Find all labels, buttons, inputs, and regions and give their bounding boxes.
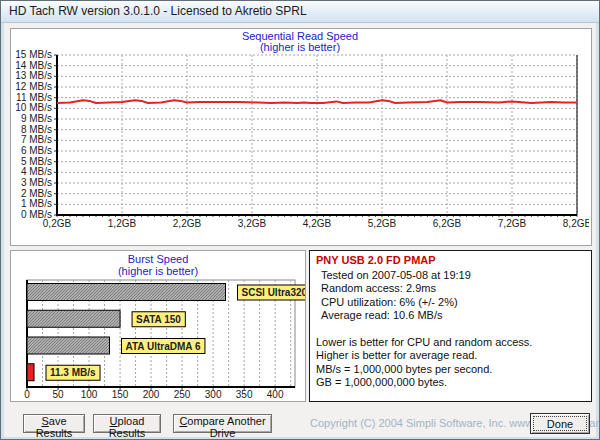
- svg-text:2 MB/s: 2 MB/s: [21, 188, 52, 199]
- compare-another-drive-button[interactable]: Compare Another Drive: [173, 414, 272, 433]
- svg-text:15 MB/s: 15 MB/s: [15, 49, 52, 60]
- burst-bar-label-1: SATA 150: [136, 314, 181, 325]
- note-line: Lower is better for CPU and random acces…: [316, 336, 585, 350]
- svg-text:7 MB/s: 7 MB/s: [21, 134, 52, 145]
- sequential-read-chart-panel: Sequential Read Speed(higher is better)0…: [10, 28, 592, 246]
- random-access-line: Random access: 2.9ms: [316, 282, 585, 296]
- seq-grid: [54, 55, 577, 217]
- svg-text:9 MB/s: 9 MB/s: [21, 113, 52, 124]
- svg-text:12 MB/s: 12 MB/s: [15, 81, 52, 92]
- svg-text:11 MB/s: 11 MB/s: [16, 92, 52, 103]
- svg-text:50: 50: [52, 389, 64, 400]
- svg-text:400: 400: [267, 389, 284, 400]
- svg-text:1,2GB: 1,2GB: [108, 218, 137, 229]
- svg-text:14 MB/s: 14 MB/s: [15, 60, 52, 71]
- svg-text:3,2GB: 3,2GB: [238, 218, 267, 229]
- svg-text:3 MB/s: 3 MB/s: [21, 177, 52, 188]
- svg-text:250: 250: [174, 389, 191, 400]
- burst-speed-chart: Burst Speed(higher is better)05010015020…: [11, 251, 305, 401]
- note-line: GB = 1,000,000,000 bytes.: [316, 376, 585, 390]
- note-line: Higher is better for average read.: [316, 349, 585, 363]
- note-line: MB/s = 1,000,000 bytes per second.: [316, 363, 585, 377]
- burst-bar-2: [27, 337, 110, 354]
- svg-text:100: 100: [81, 389, 98, 400]
- spacer: [316, 323, 585, 336]
- svg-text:13 MB/s: 13 MB/s: [15, 70, 52, 81]
- title-bar[interactable]: HD Tach RW version 3.0.1.0 - Licensed to…: [1, 1, 599, 23]
- burst-bar-label-0: SCSI Ultra320: [242, 287, 305, 298]
- burst-chart-subtitle: (higher is better): [118, 265, 198, 277]
- burst-bar-0: [27, 284, 226, 301]
- svg-text:1 MB/s: 1 MB/s: [21, 198, 52, 209]
- burst-bar-label-2: ATA UltraDMA 6: [126, 341, 201, 352]
- svg-text:0: 0: [24, 389, 30, 400]
- svg-text:7,2GB: 7,2GB: [498, 218, 527, 229]
- svg-text:10 MB/s: 10 MB/s: [15, 102, 52, 113]
- drive-name: PNY USB 2.0 FD PMAP: [316, 254, 585, 268]
- svg-text:8 MB/s: 8 MB/s: [21, 124, 52, 135]
- svg-text:150: 150: [112, 389, 129, 400]
- svg-text:6 MB/s: 6 MB/s: [21, 145, 52, 156]
- svg-text:4,2GB: 4,2GB: [303, 218, 332, 229]
- upload-results-button[interactable]: Upload Results: [93, 414, 161, 433]
- save-results-button[interactable]: Save Results: [23, 414, 85, 433]
- burst-bar-label-3: 11.3 MB/s: [50, 367, 96, 378]
- seq-chart-subtitle: (higher is better): [260, 41, 340, 53]
- burst-speed-chart-panel: Burst Speed(higher is better)05010015020…: [10, 250, 306, 402]
- svg-text:4 MB/s: 4 MB/s: [21, 166, 52, 177]
- svg-text:8,2GB: 8,2GB: [563, 218, 589, 229]
- svg-text:350: 350: [236, 389, 253, 400]
- svg-text:5,2GB: 5,2GB: [368, 218, 397, 229]
- svg-text:6,2GB: 6,2GB: [433, 218, 462, 229]
- app-window: HD Tach RW version 3.0.1.0 - Licensed to…: [0, 0, 600, 440]
- window-title: HD Tach RW version 3.0.1.0 - Licensed to…: [9, 4, 307, 18]
- svg-text:2,2GB: 2,2GB: [173, 218, 202, 229]
- burst-chart-title: Burst Speed: [128, 253, 189, 265]
- tested-on-line: Tested on 2007-05-08 at 19:19: [316, 269, 585, 283]
- done-button[interactable]: Done: [530, 413, 590, 434]
- cpu-utilization-line: CPU utilization: 6% (+/- 2%): [316, 296, 585, 310]
- svg-text:300: 300: [205, 389, 222, 400]
- svg-text:200: 200: [143, 389, 160, 400]
- burst-bar-3: [27, 364, 34, 381]
- client-area: Sequential Read Speed(higher is better)0…: [4, 23, 596, 437]
- svg-text:0,2GB: 0,2GB: [43, 218, 72, 229]
- burst-bar-1: [27, 310, 120, 327]
- sequential-read-chart: Sequential Read Speed(higher is better)0…: [11, 29, 589, 245]
- svg-text:5 MB/s: 5 MB/s: [21, 156, 52, 167]
- average-read-line: Average read: 10.6 MB/s: [316, 309, 585, 323]
- drive-info-panel: PNY USB 2.0 FD PMAP Tested on 2007-05-08…: [309, 250, 592, 402]
